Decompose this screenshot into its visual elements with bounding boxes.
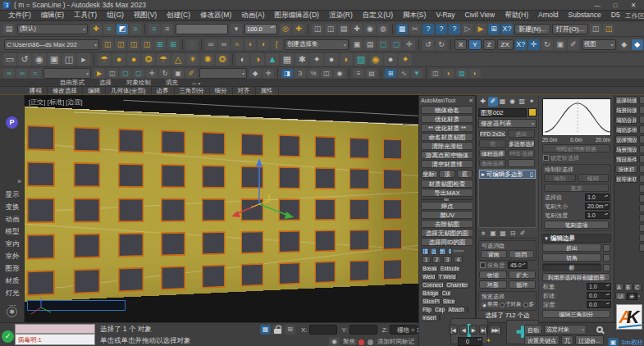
camera-icon[interactable]: ◉: [33, 53, 46, 66]
plugin-button[interactable]: 场景转换: [615, 106, 637, 114]
film-icon[interactable]: ▸: [77, 53, 90, 66]
automax-button[interactable]: 坐标归零: [422, 170, 437, 178]
facade-window[interactable]: [118, 163, 144, 188]
extrude-button[interactable]: 挤出: [542, 244, 601, 252]
mini-select[interactable]: ▾: [43, 68, 91, 79]
teapot-icon[interactable]: ◗: [258, 39, 269, 50]
copy-icon[interactable]: ◫: [325, 24, 336, 34]
loop-button[interactable]: 循环: [509, 280, 537, 289]
scale-tool-icon[interactable]: ▣: [172, 69, 184, 78]
hand-icon[interactable]: ✦: [310, 53, 323, 66]
red-dot-icon[interactable]: [359, 339, 364, 345]
expand-icon[interactable]: »: [17, 177, 21, 185]
workspace-preset-select[interactable]: (默认)▾: [17, 24, 88, 34]
plugin-button[interactable]: 高级: [639, 234, 644, 242]
exposure-icon[interactable]: ◑: [251, 53, 264, 66]
facade-window[interactable]: [241, 263, 263, 287]
omni-light-icon[interactable]: ●: [112, 53, 126, 66]
playback-button[interactable]: ◀: [459, 325, 468, 335]
close-icon[interactable]: ✕: [468, 97, 473, 105]
bridge-settings-button[interactable]: [603, 264, 610, 271]
menu-item[interactable]: 动画(A): [236, 11, 269, 20]
command-panel-tab[interactable]: ▥: [517, 97, 527, 107]
mirror-small-icon[interactable]: ◫: [321, 69, 332, 78]
abc-button[interactable]: B: [624, 283, 633, 291]
list-icon[interactable]: ▤: [338, 24, 349, 34]
automax-button[interactable]: 底: [457, 170, 473, 178]
modifier-preset-button[interactable]: 曲面选择: [479, 159, 506, 167]
viewport-label[interactable]: [正交] [标准] [边面]: [29, 98, 83, 107]
stack-tool-icon[interactable]: ▦: [498, 229, 508, 238]
brush-size-field[interactable]: 20.0m: [585, 203, 610, 210]
poly-op-button[interactable]: Connect: [422, 281, 444, 289]
menu-item[interactable]: 修改器(M): [195, 11, 236, 20]
facade-window[interactable]: [27, 270, 55, 296]
stack-tool-icon[interactable]: ✐: [518, 229, 528, 238]
curve-icon[interactable]: ∿: [398, 69, 409, 78]
modifier-preset-button[interactable]: 体积选择: [479, 149, 506, 157]
key-icon[interactable]: ✦: [483, 336, 494, 346]
menu-item[interactable]: 脚本(S): [398, 11, 431, 20]
sidebar-category[interactable]: 灯光: [0, 287, 25, 299]
bind-spacewarp-icon[interactable]: ≈: [231, 39, 243, 50]
facade-window[interactable]: [27, 234, 55, 259]
ribbon-tab[interactable]: 选择: [92, 79, 119, 87]
stack-icon[interactable]: ≡: [162, 24, 173, 34]
facade-window[interactable]: [27, 162, 55, 187]
select-rotate-icon[interactable]: ↻: [541, 39, 553, 50]
ribbon-tab[interactable]: 填充: [158, 79, 185, 87]
plugin-button[interactable]: 图层: [639, 184, 644, 193]
corner-link[interactable]: 3ds教程: [621, 339, 643, 346]
scissors-icon[interactable]: ✂: [409, 24, 421, 34]
command-panel-tab[interactable]: ▦: [498, 97, 508, 107]
sidebar-category[interactable]: 模型: [0, 225, 25, 238]
facade-window[interactable]: [315, 230, 336, 252]
menu-item[interactable]: Substance: [564, 11, 606, 20]
zoom-icon[interactable]: [596, 326, 603, 333]
menu-item[interactable]: 组(G): [102, 11, 129, 20]
link-chain-icon[interactable]: ∞: [16, 69, 28, 78]
photometric-light-icon[interactable]: ❂: [216, 53, 229, 66]
automax-button[interactable]: 物体命名: [421, 106, 473, 114]
plugin-button[interactable]: 双面: [639, 96, 644, 104]
paint-select-icon[interactable]: ▶: [475, 24, 486, 34]
menu-item[interactable]: Civil View: [460, 11, 500, 20]
level-button[interactable]: 3: [443, 256, 452, 263]
plugin-button[interactable]: 按等体积: [615, 175, 637, 183]
facade-window[interactable]: [315, 167, 336, 189]
graphite-grid-icon[interactable]: ⊞: [385, 69, 396, 78]
listener-icon[interactable]: ◉: [329, 337, 340, 346]
axis-y-button[interactable]: Y: [468, 39, 481, 50]
object-color-swatch[interactable]: [528, 108, 537, 116]
automax-button[interactable]: 导出MAX: [421, 189, 473, 197]
by-angle-checkbox[interactable]: [480, 262, 486, 268]
plugin-button[interactable]: 其它: [639, 244, 644, 252]
mini-select[interactable]: ▾: [199, 68, 247, 79]
plugin-button[interactable]: 塌陷合并: [615, 116, 637, 124]
minimize-button[interactable]: —: [588, 1, 606, 10]
plugin-button[interactable]: 材质: [639, 194, 644, 203]
link-constraint-icon[interactable]: ∞: [3, 69, 15, 78]
command-panel-tab[interactable]: ✐: [488, 97, 498, 107]
poly-op-button[interactable]: Extrude: [440, 265, 460, 272]
region-circle-icon[interactable]: ▢: [133, 69, 144, 78]
plugin-button[interactable]: 装配: [639, 165, 644, 173]
select-scale-icon[interactable]: ▣: [555, 39, 566, 50]
command-panel-tab[interactable]: ◉: [507, 97, 517, 107]
spot-light-icon[interactable]: ●: [127, 53, 140, 66]
open-button[interactable]: 打开(O)...: [552, 24, 588, 34]
facade-window[interactable]: [161, 266, 185, 290]
sidebar-category[interactable]: 显示: [0, 189, 25, 201]
close-button[interactable]: ✕: [624, 1, 642, 10]
help-line-icon[interactable]: ?: [436, 24, 447, 34]
stack-item-label[interactable]: 可编辑多边形: [486, 171, 523, 179]
ribbon-panel[interactable]: 几何体(全部): [106, 87, 152, 95]
maxscript-listener[interactable]: [15, 324, 95, 334]
plugin-button[interactable]: 塌陷: [639, 175, 644, 183]
x-coordinate-field[interactable]: [309, 325, 337, 335]
redo-scene-icon[interactable]: ◫: [115, 39, 126, 50]
facade-window[interactable]: [349, 168, 369, 189]
select-layer-icon[interactable]: ◩: [116, 24, 128, 34]
poly-op-button[interactable]: Break: [422, 265, 438, 272]
lasso-icon[interactable]: ▷: [462, 24, 473, 34]
